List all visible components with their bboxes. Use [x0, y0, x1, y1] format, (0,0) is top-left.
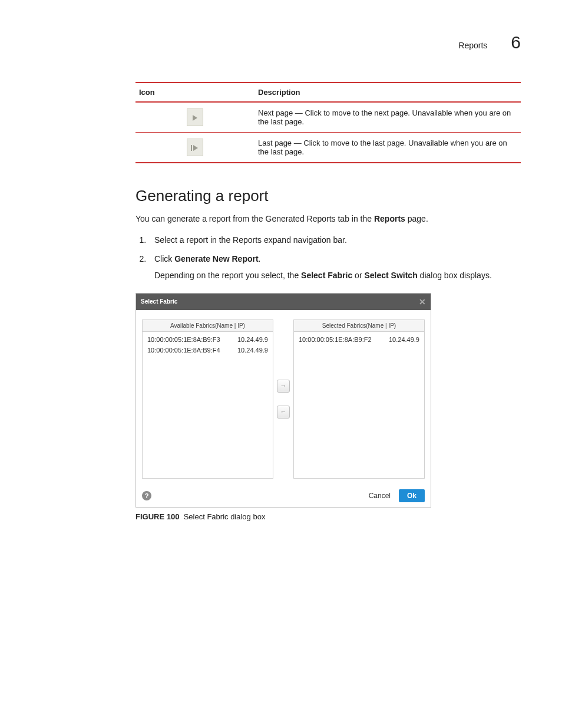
text: Click [154, 254, 174, 263]
selected-list-header: Selected Fabrics(Name | IP) [294, 320, 424, 332]
text-bold: Generate New Report [174, 254, 258, 263]
available-list-header: Available Fabrics(Name | IP) [143, 320, 273, 332]
svg-marker-2 [193, 145, 198, 151]
fabric-ip: 10.24.49.9 [237, 336, 268, 343]
step-text: Click Generate New Report. [154, 254, 261, 263]
fabric-name: 10:00:00:05:1E:8A:B9:F4 [147, 347, 220, 354]
text: You can generate a report from the Gener… [135, 214, 374, 223]
text-bold: Select Switch [364, 271, 417, 280]
figure-text: Select Fabric dialog box [184, 512, 266, 521]
selected-fabrics-list[interactable]: Selected Fabrics(Name | IP) 10:00:00:05:… [293, 319, 425, 479]
list-item[interactable]: 10:00:00:05:1E:8A:B9:F2 10.24.49.9 [297, 334, 421, 345]
steps-list: Select a report in the Reports expand na… [135, 233, 521, 282]
table-cell-description: Last page — Click to move to the last pa… [254, 133, 521, 163]
transfer-buttons: → ← [277, 319, 290, 479]
table-header-description: Description [254, 83, 521, 102]
move-right-button[interactable]: → [277, 380, 290, 393]
last-page-icon [187, 139, 203, 156]
list-item: Click Generate New Report. Depending on … [148, 252, 521, 282]
fabric-name: 10:00:00:05:1E:8A:B9:F2 [299, 336, 372, 343]
text: page. [405, 214, 428, 223]
fabric-ip: 10.24.49.9 [389, 336, 419, 343]
header-chapter-number: 6 [511, 32, 521, 52]
text: Depending on the report you select, the [154, 271, 301, 280]
text: . [259, 254, 261, 263]
icon-description-table: Icon Description Next page — Click to mo… [135, 82, 521, 163]
dialog-title-text: Select Fabric [141, 298, 177, 305]
help-icon[interactable]: ? [142, 491, 151, 500]
table-row: Next page — Click to move to the next pa… [135, 102, 521, 133]
select-fabric-dialog: Select Fabric ✕ Available Fabrics(Name |… [135, 293, 431, 508]
text-bold: Reports [374, 214, 405, 223]
section-heading: Generating a report [135, 187, 521, 205]
table-cell-description: Next page — Click to move to the next pa… [254, 102, 521, 133]
ok-button[interactable]: Ok [399, 489, 425, 502]
figure-caption: FIGURE 100 Select Fabric dialog box [135, 512, 521, 521]
available-fabrics-list[interactable]: Available Fabrics(Name | IP) 10:00:00:05… [142, 319, 273, 479]
table-row: Last page — Click to move to the last pa… [135, 133, 521, 163]
page-header: Reports 6 [41, 32, 521, 52]
svg-rect-1 [191, 145, 192, 151]
figure-label: FIGURE 100 [135, 512, 179, 521]
step-text: Select a report in the Reports expand na… [154, 235, 347, 245]
intro-paragraph: You can generate a report from the Gener… [135, 213, 521, 225]
close-icon[interactable]: ✕ [419, 297, 426, 307]
list-item[interactable]: 10:00:00:05:1E:8A:B9:F3 10.24.49.9 [146, 334, 269, 345]
cancel-button[interactable]: Cancel [369, 492, 391, 500]
fabric-ip: 10.24.49.9 [237, 347, 268, 354]
list-item: Select a report in the Reports expand na… [148, 233, 521, 246]
text: dialog box displays. [418, 271, 492, 280]
dialog-titlebar: Select Fabric ✕ [136, 294, 431, 310]
list-item[interactable]: 10:00:00:05:1E:8A:B9:F4 10.24.49.9 [146, 345, 269, 355]
next-page-icon [187, 108, 203, 126]
step-subtext: Depending on the report you select, the … [154, 269, 521, 282]
text-bold: Select Fabric [301, 271, 352, 280]
table-header-icon: Icon [135, 83, 254, 102]
header-section: Reports [458, 41, 487, 50]
move-left-button[interactable]: ← [277, 406, 290, 419]
text: or [352, 271, 364, 280]
fabric-name: 10:00:00:05:1E:8A:B9:F3 [147, 336, 220, 343]
svg-marker-0 [193, 115, 197, 121]
